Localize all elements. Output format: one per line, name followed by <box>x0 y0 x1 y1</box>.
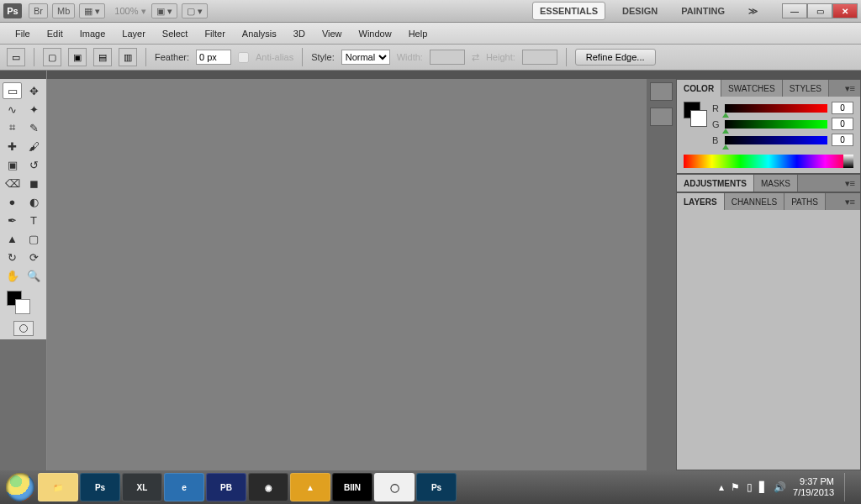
dock-icon-2[interactable] <box>650 108 673 126</box>
adjustments-panel-menu-icon[interactable]: ▾≡ <box>840 175 860 192</box>
color-panel-menu-icon[interactable]: ▾≡ <box>840 80 860 97</box>
menu-file[interactable]: File <box>7 25 39 42</box>
taskbar-photoshop-2[interactable]: Ps <box>416 473 457 501</box>
zoom-level[interactable]: 100% ▾ <box>114 6 145 17</box>
arrange-chip[interactable]: ▢ ▾ <box>182 3 208 18</box>
tool-history-brush[interactable]: ↺ <box>24 156 44 173</box>
taskbar-app-pb[interactable]: PB <box>206 473 246 501</box>
layers-body[interactable] <box>677 210 860 386</box>
r-slider[interactable] <box>725 104 827 113</box>
tool-type[interactable]: T <box>24 212 44 228</box>
tool-quick-select[interactable]: ✦ <box>24 101 44 118</box>
maximize-button[interactable]: ▭ <box>807 3 832 18</box>
subtract-selection-icon[interactable]: ▤ <box>93 48 112 66</box>
menu-select[interactable]: Select <box>154 25 197 42</box>
taskbar-media[interactable]: ◉ <box>248 473 288 501</box>
taskbar-aimp[interactable]: ▲ <box>290 473 330 501</box>
more-workspaces-icon[interactable]: ≫ <box>748 6 758 17</box>
tab-paths[interactable]: PATHS <box>784 193 826 210</box>
tool-brush[interactable]: 🖌 <box>24 138 44 155</box>
tool-shape[interactable]: ▢ <box>24 230 44 247</box>
tray-network-icon[interactable]: ▋ <box>759 481 767 493</box>
intersect-selection-icon[interactable]: ▥ <box>119 48 137 66</box>
taskbar-xl[interactable]: XL <box>122 473 162 501</box>
color-swatches[interactable] <box>0 287 46 318</box>
bridge-chip[interactable]: Br <box>29 3 48 18</box>
menu-filter[interactable]: Filter <box>196 25 233 42</box>
taskbar-chrome[interactable]: ◯ <box>374 473 415 501</box>
panels-header[interactable] <box>676 71 861 79</box>
menu-image[interactable]: Image <box>71 25 114 42</box>
tool-stamp[interactable]: ▣ <box>3 156 22 173</box>
g-value[interactable]: 0 <box>832 118 853 130</box>
menu-3d[interactable]: 3D <box>285 25 314 42</box>
tool-3d-rotate[interactable]: ↻ <box>3 249 22 265</box>
menu-help[interactable]: Help <box>400 25 436 42</box>
show-desktop-button[interactable] <box>844 473 853 501</box>
menu-window[interactable]: Window <box>351 25 400 42</box>
workspace-painting[interactable]: PAINTING <box>674 3 732 19</box>
menu-edit[interactable]: Edit <box>39 25 71 42</box>
tab-adjustments[interactable]: ADJUSTMENTS <box>677 175 754 192</box>
menu-analysis[interactable]: Analysis <box>234 25 285 42</box>
g-slider[interactable] <box>725 120 827 129</box>
tray-up-icon[interactable]: ▴ <box>719 481 724 493</box>
layers-panel-menu-icon[interactable]: ▾≡ <box>840 193 860 210</box>
taskbar-biin[interactable]: BIIN <box>332 473 372 501</box>
minimize-button[interactable]: — <box>782 3 807 18</box>
spectrum-bar[interactable] <box>684 155 853 168</box>
tray-battery-icon[interactable]: ▯ <box>747 481 753 493</box>
workspace-essentials[interactable]: ESSENTIALS <box>532 2 605 20</box>
style-select[interactable]: Normal <box>341 50 390 65</box>
tab-swatches[interactable]: SWATCHES <box>721 80 783 97</box>
tool-heal[interactable]: ✚ <box>3 138 22 155</box>
dock-header[interactable] <box>647 71 676 79</box>
tab-channels[interactable]: CHANNELS <box>725 193 784 210</box>
tab-color[interactable]: COLOR <box>677 80 721 97</box>
tool-lasso[interactable]: ∿ <box>3 101 22 118</box>
taskbar-photoshop[interactable]: Ps <box>80 473 120 501</box>
taskbar-ie[interactable]: e <box>164 473 204 501</box>
tray-clock[interactable]: 9:37 PM 7/19/2013 <box>793 476 834 498</box>
feather-input[interactable] <box>196 50 231 65</box>
tool-blur[interactable]: ● <box>3 193 22 210</box>
quick-mask-toggle[interactable] <box>0 318 46 339</box>
tool-eyedropper[interactable]: ✎ <box>24 119 44 136</box>
close-button[interactable]: ✕ <box>832 3 858 18</box>
dock-icon-1[interactable] <box>650 82 673 101</box>
b-value[interactable]: 0 <box>832 134 853 146</box>
taskbar-explorer[interactable]: 📁 <box>38 473 78 501</box>
canvas-area[interactable] <box>47 71 647 470</box>
tool-marquee[interactable]: ▭ <box>3 82 22 99</box>
b-slider[interactable] <box>725 136 827 144</box>
tab-layers[interactable]: LAYERS <box>677 193 725 210</box>
tray-volume-icon[interactable]: 🔊 <box>774 481 786 493</box>
tool-path-select[interactable]: ▲ <box>3 230 22 247</box>
tool-dodge[interactable]: ◐ <box>24 193 44 210</box>
start-button[interactable] <box>3 470 37 504</box>
minibridge-chip[interactable]: Mb <box>52 3 75 18</box>
tool-gradient[interactable]: ◼ <box>24 175 44 192</box>
menu-layer[interactable]: Layer <box>114 25 154 42</box>
tools-drag-header[interactable] <box>0 71 46 79</box>
r-value[interactable]: 0 <box>832 102 853 114</box>
new-selection-icon[interactable]: ▢ <box>43 48 61 66</box>
current-tool-icon[interactable]: ▭ <box>7 48 25 66</box>
tool-hand[interactable]: ✋ <box>3 267 22 284</box>
panel-swatch-pair[interactable] <box>684 102 707 130</box>
tray-flag-icon[interactable]: ⚑ <box>731 481 740 493</box>
tab-masks[interactable]: MASKS <box>754 175 798 192</box>
tool-pen[interactable]: ✒ <box>3 212 22 228</box>
tool-move[interactable]: ✥ <box>24 82 44 99</box>
workspace-design[interactable]: DESIGN <box>615 3 664 19</box>
menu-view[interactable]: View <box>314 25 351 42</box>
tool-3d-orbit[interactable]: ⟳ <box>24 249 44 265</box>
tab-styles[interactable]: STYLES <box>783 80 829 97</box>
refine-edge-button[interactable]: Refine Edge... <box>575 49 656 66</box>
add-selection-icon[interactable]: ▣ <box>68 48 87 66</box>
tool-zoom[interactable]: 🔍 <box>24 267 44 284</box>
tool-eraser[interactable]: ⌫ <box>3 175 22 192</box>
screen-mode-chip[interactable]: ▣ ▾ <box>151 3 177 18</box>
panel-bg-swatch[interactable] <box>690 110 707 127</box>
background-swatch[interactable] <box>15 299 30 314</box>
